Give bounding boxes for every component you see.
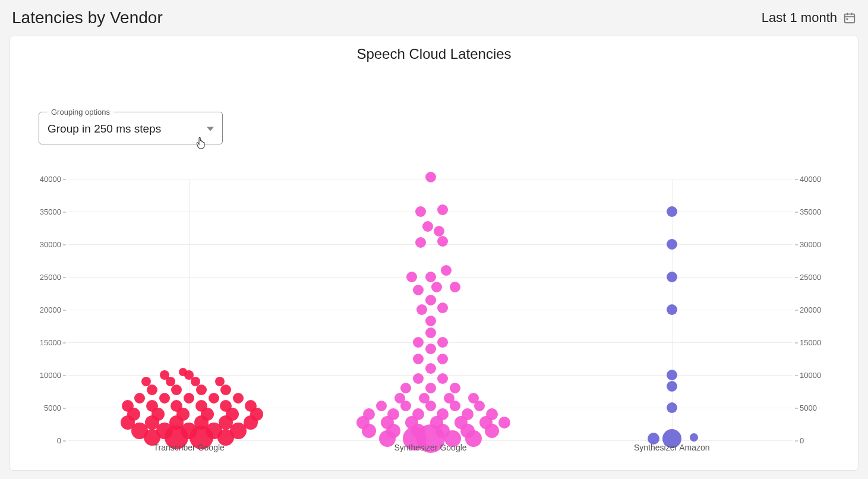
data-point[interactable] xyxy=(422,221,433,232)
data-point[interactable] xyxy=(486,408,498,420)
data-point[interactable] xyxy=(387,408,399,420)
data-point[interactable] xyxy=(437,354,448,364)
data-point[interactable] xyxy=(462,408,474,420)
y-tick-left: 30000 xyxy=(30,240,66,249)
data-point[interactable] xyxy=(412,408,424,420)
data-point[interactable] xyxy=(441,265,452,276)
data-point[interactable] xyxy=(122,400,134,412)
data-point[interactable] xyxy=(400,383,411,393)
data-point[interactable] xyxy=(413,373,424,384)
data-point[interactable] xyxy=(437,408,449,420)
y-axis-left: 0500010000150002000025000300003500040000 xyxy=(30,179,66,440)
data-point[interactable] xyxy=(220,400,232,412)
svg-rect-0 xyxy=(845,14,855,23)
data-point[interactable] xyxy=(437,373,448,384)
data-point[interactable] xyxy=(220,385,231,395)
x-axis-labels: Transcriber GoogleSynthesizer GoogleSynt… xyxy=(68,443,793,453)
data-point[interactable] xyxy=(498,417,510,428)
y-tick-left: 0 xyxy=(30,436,66,445)
data-point[interactable] xyxy=(437,204,448,215)
y-tick-right: 35000 xyxy=(795,207,831,216)
data-point[interactable] xyxy=(413,337,424,348)
y-tick-left: 20000 xyxy=(30,305,66,314)
data-point[interactable] xyxy=(425,383,436,393)
date-range-picker[interactable]: Last 1 month xyxy=(762,10,856,26)
data-point[interactable] xyxy=(444,393,454,404)
plot-area: 0500010000150002000025000300003500040000… xyxy=(30,179,831,451)
x-axis-label: Synthesizer Google xyxy=(394,443,466,452)
y-tick-left: 5000 xyxy=(30,404,66,412)
data-point[interactable] xyxy=(425,172,436,182)
y-tick-left: 40000 xyxy=(30,175,66,184)
data-point[interactable] xyxy=(425,327,436,338)
data-point[interactable] xyxy=(171,385,182,395)
data-point[interactable] xyxy=(196,385,207,395)
data-point[interactable] xyxy=(147,385,157,395)
data-point[interactable] xyxy=(667,206,677,217)
y-tick-right: 0 xyxy=(795,436,831,445)
grouping-selected-value: Group in 250 ms steps xyxy=(48,122,161,135)
data-point[interactable] xyxy=(434,226,444,237)
data-point[interactable] xyxy=(415,206,426,217)
y-tick-right: 30000 xyxy=(795,240,831,249)
data-point[interactable] xyxy=(184,393,194,404)
y-tick-right: 10000 xyxy=(795,371,831,380)
data-point[interactable] xyxy=(425,344,436,354)
data-point[interactable] xyxy=(667,402,677,413)
data-point[interactable] xyxy=(667,239,677,250)
page-header: Latencies by Vendor Last 1 month xyxy=(0,0,868,32)
data-point[interactable] xyxy=(195,400,207,412)
data-point[interactable] xyxy=(413,285,424,295)
data-point[interactable] xyxy=(141,377,151,386)
data-point[interactable] xyxy=(419,393,430,404)
y-axis-right: 0500010000150002000025000300003500040000 xyxy=(795,179,831,440)
data-point[interactable] xyxy=(425,295,436,305)
calendar-icon xyxy=(843,11,856,24)
data-point[interactable] xyxy=(160,370,169,380)
data-point[interactable] xyxy=(415,237,426,248)
data-point[interactable] xyxy=(245,400,257,412)
data-point[interactable] xyxy=(437,236,448,247)
svg-rect-4 xyxy=(847,18,848,20)
data-point[interactable] xyxy=(134,393,145,404)
data-point[interactable] xyxy=(233,393,244,404)
y-tick-left: 25000 xyxy=(30,273,66,282)
data-point[interactable] xyxy=(468,393,479,404)
data-point[interactable] xyxy=(159,393,170,404)
data-point[interactable] xyxy=(376,401,387,411)
data-point[interactable] xyxy=(667,370,677,380)
y-tick-left: 10000 xyxy=(30,371,66,380)
data-point[interactable] xyxy=(690,433,698,442)
data-point[interactable] xyxy=(450,282,460,292)
data-point[interactable] xyxy=(394,393,405,404)
data-point[interactable] xyxy=(425,363,436,374)
data-point[interactable] xyxy=(667,381,677,392)
data-point[interactable] xyxy=(179,368,187,376)
data-point[interactable] xyxy=(450,383,460,393)
data-point[interactable] xyxy=(215,377,225,386)
data-point[interactable] xyxy=(416,304,427,315)
data-point[interactable] xyxy=(209,393,219,404)
y-tick-right: 15000 xyxy=(795,338,831,347)
grouping-legend: Grouping options xyxy=(48,108,113,116)
data-point[interactable] xyxy=(667,304,677,315)
y-tick-left: 15000 xyxy=(30,338,66,347)
data-point[interactable] xyxy=(425,272,436,282)
data-point[interactable] xyxy=(437,302,448,313)
chart-title: Speech Cloud Latencies xyxy=(22,46,846,62)
data-point[interactable] xyxy=(171,400,182,412)
data-point[interactable] xyxy=(431,282,442,292)
data-point[interactable] xyxy=(406,272,417,282)
chart-bubbles xyxy=(68,179,793,440)
grouping-options-control[interactable]: Grouping options Group in 250 ms steps xyxy=(39,108,223,144)
grouping-select[interactable]: Group in 250 ms steps xyxy=(48,122,214,135)
data-point[interactable] xyxy=(363,408,375,420)
data-point[interactable] xyxy=(413,354,424,364)
y-tick-left: 35000 xyxy=(30,207,66,216)
data-point[interactable] xyxy=(437,337,448,348)
date-range-label: Last 1 month xyxy=(762,10,837,26)
data-point[interactable] xyxy=(425,316,436,326)
data-point[interactable] xyxy=(146,400,158,412)
data-point[interactable] xyxy=(667,272,677,282)
x-axis-label: Synthesizer Amazon xyxy=(634,443,710,452)
